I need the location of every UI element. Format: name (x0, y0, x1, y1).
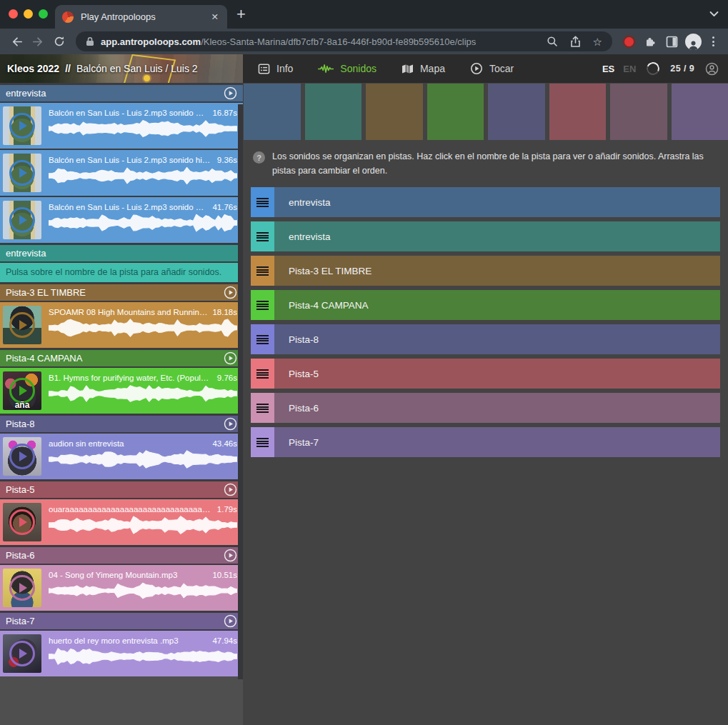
track-play-button[interactable] (224, 286, 237, 299)
waveform (49, 384, 237, 403)
account-icon[interactable] (705, 62, 719, 76)
track-row-body[interactable]: entrevista (274, 187, 720, 217)
track-play-button[interactable] (224, 614, 237, 628)
drag-handle-icon[interactable] (251, 221, 274, 251)
clip-thumbnail[interactable]: aña (3, 371, 41, 410)
clip-thumbnail[interactable] (3, 503, 41, 541)
play-button-icon[interactable] (9, 641, 35, 666)
track-header[interactable]: Pista-8 (0, 416, 243, 432)
clip-item[interactable]: ouaraaaaaaaaaaaaaaaaaaaaaaaaaaaaaaaaaaaa… (0, 499, 243, 545)
track-row-body[interactable]: entrevista (274, 221, 720, 251)
track-play-button[interactable] (224, 86, 237, 100)
track-row[interactable]: entrevista (251, 221, 720, 251)
play-button-icon[interactable] (9, 113, 35, 139)
play-button-icon[interactable] (9, 444, 35, 469)
profile-avatar[interactable] (682, 31, 704, 51)
drag-handle-icon[interactable] (251, 359, 274, 389)
play-button-icon[interactable] (9, 207, 35, 233)
track-play-button[interactable] (224, 417, 237, 431)
reload-button[interactable] (49, 31, 70, 51)
clip-info: 04 - Song of Yimeng Mountain.mp310.51s (49, 571, 237, 579)
clip-thumbnail[interactable] (3, 569, 41, 607)
track-header[interactable]: Pista-5 (0, 481, 243, 498)
drag-handle-icon[interactable] (251, 427, 274, 457)
screen-record-extension-icon[interactable] (618, 37, 639, 46)
clip-thumbnail[interactable] (3, 201, 41, 239)
lang-en[interactable]: EN (623, 64, 636, 74)
track-play-button[interactable] (224, 549, 237, 562)
minimize-window-button[interactable] (24, 9, 33, 19)
share-icon[interactable] (570, 36, 581, 48)
track-header[interactable]: Pista-7 (0, 613, 243, 629)
play-button-icon[interactable] (9, 160, 35, 186)
play-button-icon[interactable] (9, 509, 35, 535)
track-row-body[interactable]: Pista-7 (274, 427, 720, 457)
tab-close-icon[interactable]: ✕ (210, 11, 220, 22)
clip-item[interactable]: Balcón en San Luis - Luis 2.mp3 sonido h… (0, 150, 243, 196)
track-row[interactable]: Pista-4 CAMPANA (251, 290, 720, 320)
track-row-body[interactable]: Pista-8 (274, 324, 720, 354)
track-row[interactable]: Pista-7 (251, 427, 720, 457)
track-row[interactable]: Pista-3 EL TIMBRE (251, 256, 720, 286)
track-play-button[interactable] (224, 351, 237, 365)
clip-thumbnail[interactable] (3, 306, 41, 344)
bookmark-star-icon[interactable]: ☆ (593, 36, 602, 47)
project-banner[interactable]: Kleos 2022//Balcón en San Luis / Luis 2 (0, 54, 243, 83)
new-tab-button[interactable]: + (236, 4, 246, 25)
clip-info: huerto del rey moro entrevista .mp347.94… (49, 636, 237, 645)
clip-item[interactable]: Balcón en San Luis - Luis 2.mp3 sonido h… (0, 103, 243, 149)
back-button[interactable] (6, 31, 27, 51)
close-window-button[interactable] (9, 9, 18, 19)
track-row[interactable]: Pista-8 (251, 324, 720, 354)
forward-button[interactable] (27, 31, 49, 51)
fullscreen-window-button[interactable] (39, 9, 48, 19)
zoom-page-icon[interactable] (547, 36, 558, 47)
track-row-body[interactable]: Pista-5 (274, 359, 720, 389)
clip-item[interactable]: Balcón en San Luis - Luis 2.mp3 sonido h… (0, 197, 243, 243)
drag-handle-icon[interactable] (251, 324, 274, 354)
nav-item-mapa[interactable]: Mapa (402, 62, 445, 75)
browser-tab[interactable]: Play Antropoloops ✕ (55, 5, 227, 29)
track-section: entrevistaBalcón en San Luis - Luis 2.mp… (0, 85, 243, 243)
track-row[interactable]: entrevista (251, 187, 720, 217)
extensions-puzzle-icon[interactable] (639, 31, 661, 51)
track-play-button[interactable] (224, 483, 237, 496)
drag-handle-icon[interactable] (251, 393, 274, 423)
nav-item-info[interactable]: Info (258, 62, 293, 75)
drag-handle-icon[interactable] (251, 256, 274, 286)
track-header[interactable]: Pista-4 CAMPANA (0, 350, 243, 366)
clip-item[interactable]: audion sin entrevista43.46s (0, 434, 243, 479)
track-header[interactable]: Pista-3 EL TIMBRE (0, 284, 243, 301)
clip-thumbnail[interactable] (3, 106, 41, 145)
clip-name: Balcón en San Luis - Luis 2.mp3 sonido h… (49, 203, 208, 211)
clip-item[interactable]: huerto del rey moro entrevista .mp347.94… (0, 631, 243, 676)
clip-item[interactable]: SPOAMR 08 High Mountains and Running ...… (0, 302, 243, 348)
tab-search-chevron-icon[interactable] (709, 11, 719, 17)
clip-thumbnail[interactable] (3, 154, 41, 192)
clip-item[interactable]: añaB1. Hymns for purifying water, Etc. (… (0, 368, 243, 414)
track-header[interactable]: entrevista (0, 85, 243, 101)
drag-handle-icon[interactable] (251, 187, 274, 217)
play-button-icon[interactable] (9, 312, 35, 338)
track-hint: Pulsa sobre el nombre de la pista para a… (0, 263, 243, 282)
lang-es[interactable]: ES (602, 64, 614, 74)
track-header[interactable]: Pista-6 (0, 547, 243, 564)
track-header[interactable]: entrevista (0, 245, 243, 261)
track-row[interactable]: Pista-5 (251, 359, 720, 389)
side-panel-icon[interactable] (661, 31, 682, 51)
nav-item-sonidos[interactable]: Sonidos (318, 62, 377, 75)
clip-thumbnail[interactable] (3, 437, 41, 476)
drag-handle-icon[interactable] (251, 290, 274, 320)
clip-item[interactable]: 04 - Song of Yimeng Mountain.mp310.51s (0, 565, 243, 611)
clip-thumbnail[interactable] (3, 634, 41, 673)
track-row-body[interactable]: Pista-6 (274, 393, 720, 423)
play-button-icon[interactable] (9, 575, 35, 601)
track-row[interactable]: Pista-6 (251, 393, 720, 423)
sidebar-scrollbar[interactable] (238, 104, 243, 679)
clip-content: SPOAMR 08 High Mountains and Running ...… (44, 302, 243, 348)
address-bar[interactable]: app.antropoloops.com/Kleos-Santa-Marina/… (76, 31, 612, 51)
browser-menu-icon[interactable] (704, 31, 722, 51)
nav-item-tocar[interactable]: Tocar (470, 62, 514, 75)
track-row-body[interactable]: Pista-3 EL TIMBRE (274, 256, 720, 286)
track-row-body[interactable]: Pista-4 CAMPANA (274, 290, 720, 320)
